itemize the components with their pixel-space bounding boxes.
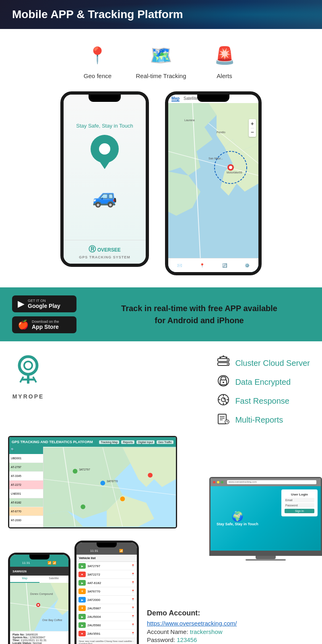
tracking-nav2[interactable]: Reports <box>121 440 134 444</box>
google-play-pre: GET IT ON <box>28 299 60 303</box>
feature-alerts: 🚨 Alerts <box>211 41 239 79</box>
myrope-brand-name: MYROPE <box>12 393 44 400</box>
svg-point-24 <box>219 357 221 358</box>
reports-icon <box>216 412 230 428</box>
tracking-sidebar: 🔍 UBD001 AT-2797 AT-3345 AT-2272 LNE001 … <box>9 447 43 527</box>
encrypted-label: Data Encrypted <box>235 378 291 387</box>
cluster-label: Cluster Cloud Server <box>235 359 310 368</box>
vehicle-status-8: ▶ <box>78 622 86 628</box>
svg-text:Motorbike99: Motorbike99 <box>227 171 242 174</box>
vehicle-status-4: ⏸ <box>78 588 86 594</box>
apple-icon: 🍎 <box>18 320 29 330</box>
map-toolbar-item3[interactable]: 🔄 <box>222 263 227 268</box>
geofence-label: Geo fence <box>84 72 111 79</box>
svg-text:3AT6770: 3AT6770 <box>107 480 118 483</box>
vehicle-row-4[interactable]: ⏸ 3AT6770 📍 <box>76 587 137 596</box>
sidebar-row-4: AT-2272 <box>9 481 43 489</box>
vehicle-id-5: 2AT2000 <box>87 598 100 602</box>
tracking-nav3[interactable]: Digital Input <box>136 440 155 444</box>
tracking-content: 🔍 UBD001 AT-2797 AT-3345 AT-2272 LNE001 … <box>9 447 176 527</box>
vehicle-row-1[interactable]: ▶ 3AT2797 📍 <box>76 562 137 570</box>
tracking-nav1[interactable]: Tracking Map <box>99 440 119 444</box>
vehicle-row-7[interactable]: ▶ 2AU5004 📍 <box>76 613 137 621</box>
svg-point-23 <box>227 363 228 365</box>
vehicle-list-notch <box>97 543 117 547</box>
svg-point-26 <box>223 355 224 357</box>
phone-map-notch <box>29 555 50 559</box>
phone-app-screen: Stay Safe, Stay in Touch 🚙 Ⓡ OVERSEE GPS… <box>64 95 146 264</box>
appstore-banner: ▶ GET IT ON Google Play 🍎 Download on th… <box>0 287 322 341</box>
platform-section: GPS TRACKING AND TELEMATICS PLATFORM Tra… <box>0 436 322 533</box>
svg-text:One Bay Coffee: One Bay Coffee <box>42 619 62 622</box>
zoom-out[interactable]: − <box>251 128 254 136</box>
feature-reports: Multi-Reports <box>216 412 310 428</box>
zoom-in[interactable]: + <box>251 120 254 128</box>
vehicle-row-8[interactable]: ▶ 2AU5560 📍 <box>76 621 137 630</box>
map-toolbar-item4[interactable]: ⚙️ <box>245 263 250 268</box>
vehicle-loc-1: 📍 <box>131 564 135 568</box>
app-store-pre: Download on the <box>32 320 59 324</box>
map-toolbar-item1[interactable]: ✉️ <box>177 263 182 268</box>
svg-point-29 <box>223 382 224 383</box>
vehicle-row-3[interactable]: ▶ 4AT-6182 📍 <box>76 579 137 587</box>
vehicle-id-9: 2AV3591 <box>87 632 100 636</box>
myrope-section: MYROPE Cluster Cloud Server <box>0 341 322 436</box>
demo-link[interactable]: https://www.overseetracking.com/ <box>147 620 314 627</box>
vehicle-status-9: ■ <box>78 631 86 636</box>
map-toolbar-item2[interactable]: 📍 <box>200 263 204 268</box>
sidebar-row-6: AT-6182 <box>9 498 43 507</box>
sidebar-search[interactable]: 🔍 <box>9 447 43 454</box>
map-tab-satellite: Satellite <box>184 96 198 101</box>
tracking-platform-container: GPS TRACKING AND TELEMATICS PLATFORM Tra… <box>8 436 314 528</box>
svg-point-14 <box>19 357 37 374</box>
vehicle-id-7: 2AU5004 <box>87 615 101 619</box>
google-play-button[interactable]: ▶ GET IT ON Google Play <box>12 295 76 312</box>
demo-info: Demo Account: https://www.overseetrackin… <box>147 609 314 643</box>
feature-cluster: Cluster Cloud Server <box>216 355 310 371</box>
vehicle-loc-4: 📍 <box>131 590 135 593</box>
vehicle-id-6: 2AU5987 <box>87 607 101 610</box>
vehicle-id-display: 3AW6026 <box>12 570 27 573</box>
svg-point-52 <box>80 504 85 509</box>
svg-point-25 <box>226 357 227 358</box>
tracking-nav4[interactable]: Geo Traffic <box>157 440 173 444</box>
vehicle-row-6[interactable]: ⏸ 2AU5987 📍 <box>76 604 137 613</box>
vehicle-row-5[interactable]: ▶ 2AT2000 📍 <box>76 596 137 604</box>
vehicle-list-screen: 11:31 📶 Vehicle list ▶ 3AT2797 📍 ■ 3AT22… <box>76 543 137 644</box>
vehicle-status-1: ▶ <box>78 563 86 569</box>
alerts-label: Alerts <box>217 72 232 79</box>
header-banner: Mobile APP & Tracking Platform <box>0 0 322 29</box>
app-store-label: App Store <box>32 324 59 330</box>
svg-point-49 <box>73 469 78 474</box>
geofence-icon: 📍 <box>83 41 111 69</box>
map-tab-active: Map <box>171 96 180 101</box>
vehicle-loc-2: 📍 <box>131 573 135 576</box>
tracking-platform-screen: GPS TRACKING AND TELEMATICS PLATFORM Tra… <box>8 436 177 528</box>
phone-map-notch <box>197 95 229 102</box>
svg-text:Donex Compound: Donex Compound <box>30 592 53 596</box>
demo-password: Password: 123456 <box>147 636 314 643</box>
vehicle-row-2[interactable]: ■ 3AT2272 📍 <box>76 570 137 579</box>
vehicle-id-3: 4AT-6182 <box>87 581 101 585</box>
map-tab[interactable]: Map <box>10 576 39 583</box>
vehicle-loc-8: 📍 <box>131 623 135 627</box>
reports-label: Multi-Reports <box>235 415 283 425</box>
fast-icon <box>216 393 230 409</box>
svg-point-60 <box>37 604 39 606</box>
feature-geofence: 📍 Geo fence <box>83 41 111 79</box>
google-play-icon: ▶ <box>18 299 25 309</box>
vehicle-loc-9: 📍 <box>131 632 135 635</box>
app-store-button[interactable]: 🍎 Download on the App Store <box>12 316 76 333</box>
phone-notch <box>89 95 121 102</box>
map-placeholder: Laurana Perello San Maur... Motorbike99 … <box>168 103 258 272</box>
demo-account-value: trackershow <box>190 628 223 635</box>
vehicle-id-1: 3AT2797 <box>87 564 100 568</box>
sidebar-row-8: AT-2000 <box>9 516 43 525</box>
vehicle-list-header: Vehicle list <box>76 555 137 562</box>
satellite-tab[interactable]: Satellite <box>39 576 69 583</box>
realtime-icon: 🗺️ <box>147 41 175 69</box>
vehicle-status-6: ⏸ <box>78 605 86 611</box>
phone-map-screen: Map Satellite <box>168 95 258 272</box>
vehicle-row-9[interactable]: ■ 2AV3591 📍 <box>76 630 137 638</box>
google-play-label: Google Play <box>28 303 60 309</box>
